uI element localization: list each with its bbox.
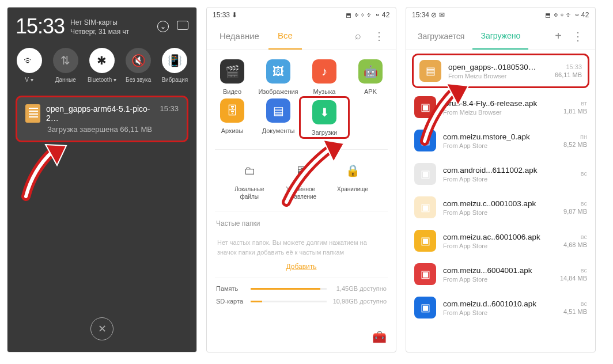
download-item[interactable]: ▣ com.meizu.ac..6001006.apk From App Sto… bbox=[406, 224, 595, 257]
inbox-icon[interactable] bbox=[177, 21, 188, 30]
quick-toggle-bluetooth ▾[interactable]: ✱Bluetooth ▾ bbox=[86, 48, 118, 83]
section-хранилище[interactable]: 🔒Хранилище bbox=[337, 160, 368, 200]
download-item[interactable]: ▣ lorus-8.4-Fly..6-release.apk From Meiz… bbox=[406, 90, 595, 124]
screen-file-manager: 15:33 ⬇ ⬒ ◎ ◇ ᯤ ▭ 42 Недавние Все ⌕ ⋮ 🎬В… bbox=[206, 7, 396, 352]
notification-time: 15:33 bbox=[160, 104, 179, 113]
storage-row[interactable]: SD-карта10,98GB доступно bbox=[216, 298, 387, 305]
category-apk[interactable]: 🤖APK bbox=[349, 59, 392, 95]
clock: 15:33 bbox=[16, 14, 65, 39]
category-музыка[interactable]: ♪Музыка bbox=[302, 59, 346, 95]
frequent-folders-heading: Частые папки bbox=[207, 211, 396, 232]
notification-subtitle: Загрузка завершена 66,11 MB bbox=[47, 125, 179, 134]
expand-icon[interactable]: ⌄ bbox=[157, 21, 169, 32]
screen-downloads: 15:34 ⊘ ✉ ⬒ ◎ ◇ ᯤ ▭ 42 Загружается Загру… bbox=[406, 7, 596, 352]
frequent-folders-hint: Нет частых папок. Вы можете долгим нажат… bbox=[207, 232, 396, 263]
download-item[interactable]: ▣ com.meizu.c..0001003.apk From App Stor… bbox=[406, 191, 595, 224]
screen-notification-shade: 15:33 Нет SIM-карты Четверг, 31 мая чт ⌄… bbox=[7, 7, 197, 352]
download-notification[interactable]: open_gapps-arm64-5.1-pico-2… 15:33 Загру… bbox=[16, 96, 188, 142]
download-item[interactable]: ▣ com.meizu.d..6001010.apk From App Stor… bbox=[406, 291, 595, 324]
sim-status: Нет SIM-карты bbox=[70, 18, 152, 27]
date-status: Четверг, 31 мая чт bbox=[70, 27, 152, 36]
toolbox-icon[interactable]: 🧰 bbox=[372, 330, 387, 344]
section-локальные[interactable]: 🗀Локальныефайлы bbox=[234, 160, 264, 200]
storage-row[interactable]: Память1,45GB доступно bbox=[216, 285, 387, 292]
download-item[interactable]: ▣ com.android...6111002.apk From App Sto… bbox=[406, 157, 595, 191]
category-документы[interactable]: ▤Документы bbox=[256, 98, 300, 138]
status-bar: 15:33 ⬇ ⬒ ◎ ◇ ᯤ ▭ 42 bbox=[207, 7, 396, 22]
category-видео[interactable]: 🎬Видео bbox=[210, 59, 254, 95]
quick-toggle-без звука[interactable]: 🔇Без звука bbox=[122, 48, 154, 83]
quick-toggle-вибрация[interactable]: 📳Вибрация bbox=[158, 48, 191, 83]
quick-toggle-данные[interactable]: ⇅Данные bbox=[50, 48, 82, 83]
status-bar: 15:34 ⊘ ✉ ⬒ ◎ ◇ ᯤ ▭ 42 bbox=[406, 7, 595, 22]
download-item[interactable]: ▤ open_gapps-..0180530.zip From Meizu Br… bbox=[412, 54, 589, 88]
tab-downloaded[interactable]: Загружено bbox=[472, 22, 528, 50]
download-item[interactable]: ▣ com.meizu.mstore_0.apk From App Store … bbox=[406, 124, 595, 157]
add-folder-link[interactable]: Добавить bbox=[207, 263, 396, 278]
archive-icon bbox=[25, 104, 40, 123]
category-архивы[interactable]: 🗄Архивы bbox=[210, 98, 254, 138]
tab-downloading[interactable]: Загружается bbox=[410, 22, 472, 50]
notification-title: open_gapps-arm64-5.1-pico-2… bbox=[46, 104, 154, 123]
download-item[interactable]: ▣ com.meizu...6004001.apk From App Store… bbox=[406, 257, 595, 291]
clear-all-button[interactable]: ✕ bbox=[90, 317, 113, 340]
search-icon[interactable]: ⌕ bbox=[355, 30, 361, 43]
tab-recent[interactable]: Недавние bbox=[210, 22, 268, 50]
add-download-icon[interactable]: + bbox=[555, 29, 562, 43]
category-загрузки[interactable]: ⬇Загрузки bbox=[299, 96, 350, 139]
category-изображения[interactable]: 🖼Изображения bbox=[256, 59, 300, 95]
more-icon[interactable]: ⋮ bbox=[374, 30, 384, 43]
more-icon[interactable]: ⋮ bbox=[572, 29, 584, 43]
tab-all[interactable]: Все bbox=[268, 22, 302, 50]
quick-toggle-v ▾[interactable]: ᯤV ▾ bbox=[13, 48, 46, 83]
section-удалённое[interactable]: 🖥Удалённоеуправление bbox=[285, 160, 316, 200]
